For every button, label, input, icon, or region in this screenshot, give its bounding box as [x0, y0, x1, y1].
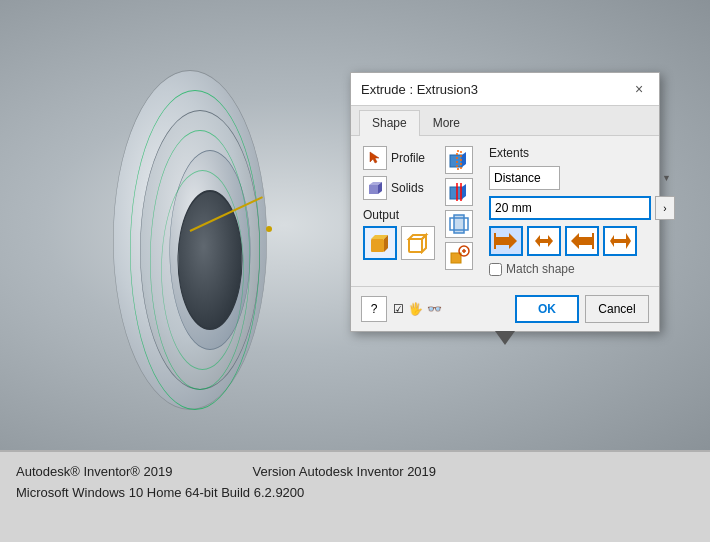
dialog-body: Profile Solids Out: [351, 136, 659, 286]
value-row: ›: [489, 196, 675, 220]
dropdown-arrow-icon: ▼: [662, 173, 671, 183]
svg-rect-0: [369, 185, 378, 194]
center-icons: [445, 146, 473, 276]
svg-marker-10: [462, 152, 466, 167]
surface-output-button[interactable]: [401, 226, 435, 260]
output-section: Output: [363, 208, 435, 260]
svg-marker-13: [462, 184, 466, 199]
solids-icon: [363, 176, 387, 200]
svg-rect-32: [614, 239, 626, 243]
direction-negative-button[interactable]: [565, 226, 599, 256]
distance-row: Distance ▼: [489, 166, 675, 190]
svg-rect-9: [450, 155, 462, 167]
hand-icon: 🖐: [408, 302, 423, 316]
left-panel: Profile Solids Out: [363, 146, 435, 276]
eye-icon: 👓: [427, 302, 442, 316]
svg-rect-12: [450, 187, 462, 199]
extrude-intersect-button[interactable]: [445, 210, 473, 238]
extrude-dialog: Extrude : Extrusion3 × Shape More: [350, 72, 660, 332]
direction-symmetric-button[interactable]: [527, 226, 561, 256]
output-label: Output: [363, 208, 435, 222]
profile-label: Profile: [391, 151, 425, 165]
svg-marker-23: [509, 233, 517, 249]
arrow-dot: [266, 226, 272, 232]
svg-marker-26: [548, 235, 553, 247]
distance-dropdown[interactable]: Distance: [489, 166, 560, 190]
dialog-content: Profile Solids Out: [363, 146, 647, 276]
solids-label: Solids: [391, 181, 424, 195]
match-shape-row: Match shape: [489, 262, 675, 276]
status-bar: Autodesk® Inventor® 2019 Version Autodes…: [0, 450, 710, 542]
distance-value-input[interactable]: [489, 196, 651, 220]
direction-alternate-button[interactable]: [603, 226, 637, 256]
checkbox-icon: ☑: [393, 302, 404, 316]
3d-shape: [20, 30, 340, 410]
ok-button[interactable]: OK: [515, 295, 579, 323]
profile-icon: [363, 146, 387, 170]
version-text: Version Autodesk Inventor 2019: [252, 464, 436, 479]
help-button[interactable]: ?: [361, 296, 387, 322]
tab-more[interactable]: More: [420, 110, 473, 135]
extrude-join-button[interactable]: [445, 146, 473, 174]
ring-3: [161, 170, 244, 370]
dialog-title: Extrude : Extrusion3: [361, 82, 478, 97]
output-buttons: [363, 226, 435, 260]
extrude-cut-button[interactable]: [445, 178, 473, 206]
svg-marker-31: [610, 235, 614, 247]
svg-rect-28: [579, 237, 593, 245]
direction-row: [489, 226, 675, 256]
match-shape-checkbox[interactable]: [489, 263, 502, 276]
dialog-pointer: [495, 331, 515, 345]
direction-positive-button[interactable]: [489, 226, 523, 256]
tab-shape[interactable]: Shape: [359, 110, 420, 136]
svg-rect-27: [540, 239, 548, 243]
solids-row: Solids: [363, 176, 435, 200]
dialog-tabs: Shape More: [351, 106, 659, 136]
profile-row: Profile: [363, 146, 435, 170]
svg-marker-25: [535, 235, 540, 247]
value-more-button[interactable]: ›: [655, 196, 675, 220]
extrude-new-solid-button[interactable]: [445, 242, 473, 270]
extents-label: Extents: [489, 146, 675, 160]
svg-marker-33: [626, 233, 631, 249]
cancel-button[interactable]: Cancel: [585, 295, 649, 323]
footer-left: ? ☑ 🖐 👓: [361, 296, 509, 322]
distance-dropdown-wrapper: Distance ▼: [489, 166, 675, 190]
app-name: Autodesk® Inventor® 2019: [16, 464, 172, 479]
svg-rect-17: [454, 215, 464, 233]
svg-marker-8: [422, 235, 426, 252]
svg-marker-29: [571, 233, 579, 249]
extents-panel: Extents Distance ▼ ›: [489, 146, 675, 276]
close-button[interactable]: ×: [629, 79, 649, 99]
footer-icons: ☑ 🖐 👓: [393, 302, 442, 316]
svg-rect-22: [495, 237, 509, 245]
dialog-titlebar: Extrude : Extrusion3 ×: [351, 73, 659, 106]
os-info: Microsoft Windows 10 Home 64-bit Build 6…: [16, 485, 304, 500]
svg-rect-6: [409, 239, 422, 252]
svg-rect-3: [371, 239, 384, 252]
dialog-footer: ? ☑ 🖐 👓 OK Cancel: [351, 286, 659, 331]
match-shape-label: Match shape: [506, 262, 575, 276]
solid-output-button[interactable]: [363, 226, 397, 260]
